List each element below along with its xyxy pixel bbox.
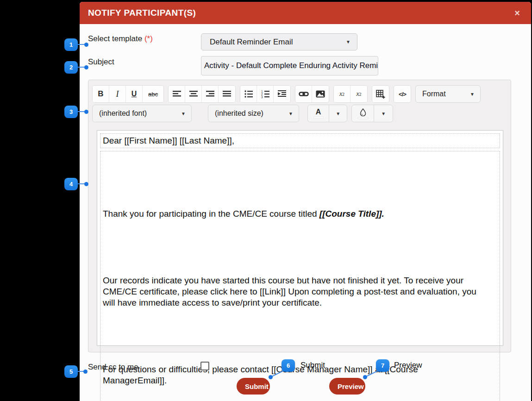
annotation-badge-7: 7: [376, 359, 389, 372]
numbered-list-icon: 123: [261, 90, 270, 98]
text-color-group: A ▼: [307, 105, 347, 122]
submit-button[interactable]: Submit: [237, 378, 270, 395]
bullet-list-button[interactable]: [240, 86, 257, 102]
image-button[interactable]: [312, 86, 329, 102]
link-button[interactable]: [295, 86, 312, 102]
rich-text-editor: B I U abc: [88, 80, 511, 352]
text-color-swatch: [313, 117, 324, 119]
greeting-block[interactable]: Dear [[First Name]] [[Last Name]],: [100, 133, 500, 148]
course-title-token: [[Course Title]].: [319, 209, 384, 219]
modal-header: NOTIFY PARTICIPANT(S) ×: [80, 2, 531, 24]
editor-toolbar-row-1: B I U abc: [92, 85, 481, 103]
image-icon: [316, 90, 325, 98]
notify-participants-modal: NOTIFY PARTICIPANT(S) × Select template …: [80, 2, 531, 401]
callout-dot-7: [363, 375, 367, 379]
chevron-down-icon: ▼: [381, 111, 386, 116]
align-left-icon: [172, 90, 182, 98]
template-select[interactable]: Default Reminder Email ▼: [201, 33, 357, 50]
annotation-badge-2: 2: [64, 61, 78, 74]
font-family-dropdown[interactable]: (inherited font) ▼: [92, 105, 192, 122]
email-body-editor[interactable]: Dear [[First Name]] [[Last Name]], Thank…: [97, 130, 503, 346]
empty-line: [103, 175, 497, 186]
empty-line: [103, 242, 497, 253]
table-group: [372, 85, 389, 103]
align-right-icon: [206, 90, 215, 98]
required-marker: (*): [144, 34, 153, 43]
annotation-badge-6: 6: [282, 359, 295, 372]
indent-icon: [277, 90, 287, 98]
highlight-color-swatch: [358, 117, 368, 119]
chevron-down-icon: ▼: [288, 111, 293, 116]
callout-dot-1: [84, 43, 88, 47]
chevron-down-icon: ▼: [336, 111, 340, 116]
subject-label: Subject: [88, 57, 114, 67]
editor-toolbar-row-2: (inherited font) ▼ (inherited size) ▼ A …: [92, 105, 508, 122]
template-select-value: Default Reminder Email: [210, 38, 293, 47]
table-icon: [376, 90, 385, 99]
numbered-list-button[interactable]: 123: [257, 86, 274, 102]
callout-dot-5: [83, 370, 88, 374]
align-right-button[interactable]: [202, 86, 219, 102]
svg-text:3: 3: [261, 95, 263, 98]
list-group: 123: [240, 85, 291, 103]
code-group: </>: [394, 85, 411, 103]
strikethrough-button[interactable]: abc: [143, 86, 163, 102]
annotation-label-submit: Submit: [300, 361, 325, 370]
select-template-label: Select template (*): [88, 34, 153, 44]
callout-dot-3: [84, 110, 88, 114]
code-view-button[interactable]: </>: [394, 86, 411, 102]
script-group: x2 x2: [333, 85, 368, 103]
format-dropdown[interactable]: Format ▼: [415, 85, 481, 103]
page-background: NOTIFY PARTICIPANT(S) × Select template …: [0, 0, 532, 401]
callout-dot-6: [269, 375, 273, 379]
thanks-line: Thank you for participating in the CME/C…: [103, 208, 497, 219]
italic-button[interactable]: I: [109, 86, 126, 102]
indent-button[interactable]: [274, 86, 290, 102]
callout-dot-4: [84, 182, 88, 186]
modal-title: NOTIFY PARTICIPANT(S): [88, 8, 196, 18]
annotation-label-preview: Preview: [394, 361, 422, 370]
subscript-button[interactable]: x2: [334, 86, 350, 102]
superscript-button[interactable]: x2: [350, 86, 367, 102]
align-center-icon: [189, 90, 198, 98]
text-color-button[interactable]: A: [308, 105, 329, 122]
annotation-badge-5: 5: [64, 365, 78, 378]
link-icon: [299, 91, 309, 97]
send-cc-label: Send cc to me: [88, 363, 138, 372]
annotation-badge-1: 1: [64, 38, 78, 51]
highlight-color-caret-button[interactable]: ▼: [374, 105, 393, 122]
callout-dot-2: [84, 65, 88, 69]
align-center-button[interactable]: [185, 86, 202, 102]
highlight-color-group: ▼: [351, 105, 393, 122]
subject-input[interactable]: Activity - Default Complete Enduring Act…: [201, 56, 378, 75]
font-size-dropdown[interactable]: (inherited size) ▼: [208, 105, 299, 122]
annotation-badge-3: 3: [64, 106, 78, 118]
align-left-button[interactable]: [169, 86, 185, 102]
chevron-down-icon: ▼: [346, 39, 350, 44]
subject-input-value: Activity - Default Complete Enduring Act…: [204, 61, 378, 70]
bullet-list-icon: [244, 90, 253, 98]
text-style-group: B I U abc: [92, 85, 164, 103]
font-size-value: (inherited size): [215, 109, 263, 118]
justify-icon: [222, 90, 232, 98]
questions-paragraph: For questions or difficulties, please co…: [103, 364, 497, 386]
chevron-down-icon: ▼: [470, 92, 475, 97]
text-color-caret-button[interactable]: ▼: [329, 105, 347, 122]
annotation-badge-4: 4: [64, 178, 78, 190]
justify-button[interactable]: [219, 86, 235, 102]
body-block[interactable]: Thank you for participating in the CME/C…: [100, 151, 500, 401]
bold-button[interactable]: B: [93, 86, 109, 102]
alignment-group: [168, 85, 236, 103]
close-icon[interactable]: ×: [514, 8, 520, 18]
insert-table-button[interactable]: [372, 86, 389, 102]
records-paragraph: Our records indicate you have started th…: [103, 275, 497, 308]
chevron-down-icon: ▼: [181, 111, 186, 116]
send-cc-checkbox[interactable]: [200, 362, 209, 370]
font-family-value: (inherited font): [99, 109, 147, 118]
preview-button[interactable]: Preview: [329, 378, 365, 395]
droplet-icon: [360, 108, 366, 116]
highlight-color-button[interactable]: [352, 105, 374, 122]
insert-group: [295, 85, 329, 103]
empty-line: [103, 331, 497, 342]
underline-button[interactable]: U: [126, 86, 143, 102]
